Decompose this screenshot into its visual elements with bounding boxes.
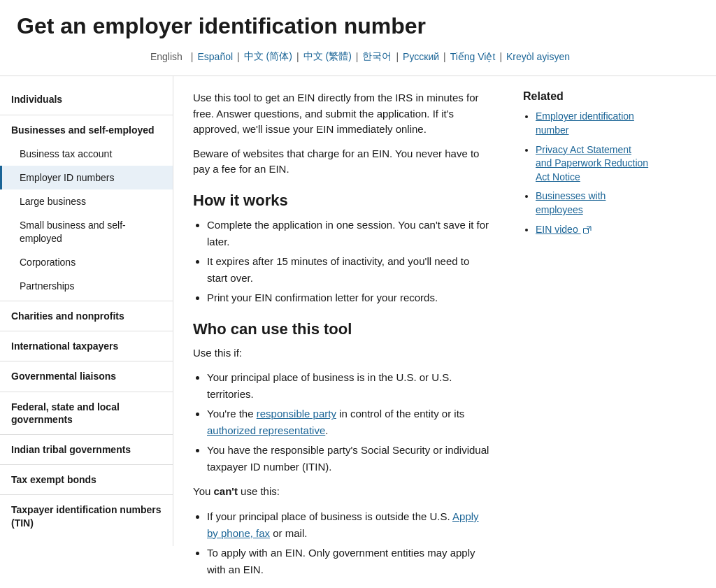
related-list-item: Employer identification number <box>536 110 649 137</box>
external-link-icon <box>583 226 592 234</box>
intro-paragraph-1: Use this tool to get an EIN directly fro… <box>193 90 489 138</box>
related-link-ein-video[interactable]: EIN video <box>536 224 592 235</box>
can-use-list: Your principal place of business is in t… <box>207 369 489 475</box>
sidebar-item-businesses[interactable]: Businesses and self-employed <box>0 118 173 142</box>
list-item: You have the responsible party's Social … <box>207 442 489 475</box>
lang-traditional-chinese[interactable]: 中文 (繁體) <box>303 50 352 63</box>
related-link-privacy-act[interactable]: Privacy Act Statement and Paperwork Redu… <box>536 144 648 182</box>
sidebar-item-employer-id[interactable]: Employer ID numbers <box>0 166 173 189</box>
sidebar-divider-6 <box>0 434 173 435</box>
related-links-list: Employer identification number Privacy A… <box>536 110 649 236</box>
list-item: You're the responsible party in control … <box>207 406 489 439</box>
svg-rect-0 <box>583 228 588 233</box>
content-layout: Individuals Businesses and self-employed… <box>0 76 716 588</box>
sidebar-item-large-business[interactable]: Large business <box>0 189 173 213</box>
related-panel: Related Employer identification number P… <box>509 76 663 256</box>
sidebar-item-governmental[interactable]: Governmental liaisons <box>0 364 173 388</box>
sidebar-divider-3 <box>0 331 173 331</box>
how-it-works-heading: How it works <box>193 192 489 210</box>
sidebar-item-individuals[interactable]: Individuals <box>0 87 173 111</box>
sidebar-divider-7 <box>0 464 173 465</box>
responsible-party-link[interactable]: responsible party <box>257 408 336 420</box>
sidebar: Individuals Businesses and self-employed… <box>0 76 173 545</box>
lang-english: English <box>150 51 182 62</box>
main-content: Use this tool to get an EIN directly fro… <box>173 76 509 588</box>
list-item: To apply with an EIN. Only government en… <box>207 545 489 578</box>
lang-vietnamese[interactable]: Tiếng Việt <box>450 51 496 62</box>
sidebar-item-taxpayer-id[interactable]: Taxpayer identification numbers (TIN) <box>0 498 173 534</box>
sidebar-divider-5 <box>0 392 173 392</box>
lang-russian[interactable]: Русский <box>403 51 439 62</box>
language-bar: English | Español | 中文 (简体) | 中文 (繁體) | … <box>17 46 699 67</box>
related-list-item: Privacy Act Statement and Paperwork Redu… <box>536 143 649 185</box>
sidebar-item-tax-exempt[interactable]: Tax exempt bonds <box>0 468 173 492</box>
sidebar-item-charities[interactable]: Charities and nonprofits <box>0 304 173 328</box>
list-item: If your principal place of business is o… <box>207 508 489 542</box>
intro-paragraph-2: Beware of websites that charge for an EI… <box>193 146 489 178</box>
related-link-businesses-employees[interactable]: Businesses with employees <box>536 190 606 215</box>
page-title: Get an employer identification number <box>17 13 699 39</box>
who-can-use-intro: Use this if: <box>193 345 489 361</box>
sidebar-item-partnerships[interactable]: Partnerships <box>0 274 173 298</box>
cant-use-label: You can't use this: <box>193 484 489 500</box>
how-it-works-list: Complete the application in one session.… <box>207 217 489 306</box>
sidebar-item-corporations[interactable]: Corporations <box>0 250 173 274</box>
page-header: Get an employer identification number En… <box>0 0 716 76</box>
sidebar-item-business-tax-account[interactable]: Business tax account <box>0 142 173 166</box>
page-wrapper: Get an employer identification number En… <box>0 0 716 588</box>
sidebar-item-federal-state[interactable]: Federal, state and local governments <box>0 395 173 431</box>
lang-haitian-creole[interactable]: Kreyòl ayisyen <box>506 51 570 62</box>
sidebar-item-small-business[interactable]: Small business and self-employed <box>0 213 173 250</box>
sidebar-divider-4 <box>0 361 173 361</box>
cant-use-list: If your principal place of business is o… <box>207 508 489 578</box>
related-link-ein[interactable]: Employer identification number <box>536 110 634 136</box>
list-item: It expires after 15 minutes of inactivit… <box>207 253 489 287</box>
lang-espanol[interactable]: Español <box>197 51 233 62</box>
who-can-use-heading: Who can use this tool <box>193 320 489 338</box>
sidebar-divider <box>0 115 173 115</box>
sidebar-divider-2 <box>0 301 173 301</box>
list-item: Print your EIN confirmation letter for y… <box>207 289 489 306</box>
list-item: Your principal place of business is in t… <box>207 369 489 403</box>
related-heading: Related <box>523 90 649 103</box>
related-list-item: EIN video <box>536 223 649 237</box>
lang-simplified-chinese[interactable]: 中文 (简体) <box>244 50 292 63</box>
sidebar-item-indian-tribal[interactable]: Indian tribal governments <box>0 438 173 461</box>
sidebar-item-international[interactable]: International taxpayers <box>0 334 173 358</box>
sidebar-divider-8 <box>0 494 173 495</box>
lang-korean[interactable]: 한국어 <box>362 50 392 63</box>
authorized-rep-link[interactable]: authorized representative <box>207 424 325 436</box>
related-list-item: Businesses with employees <box>536 189 649 217</box>
apply-phone-fax-link[interactable]: Apply by phone, fax <box>207 510 479 539</box>
list-item: Complete the application in one session.… <box>207 217 489 250</box>
